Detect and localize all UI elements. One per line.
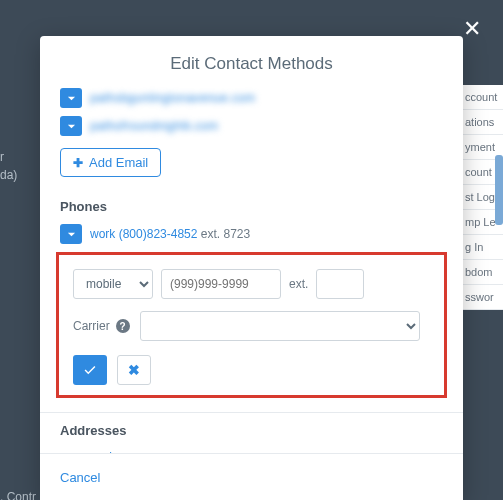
- phone-number-input[interactable]: [161, 269, 281, 299]
- phone-row-existing: work (800)823-4852 ext. 8723: [60, 224, 443, 244]
- edit-contact-modal: Edit Contact Methods pathsbguntingtonave…: [40, 36, 463, 500]
- add-email-button[interactable]: ✚ Add Email: [60, 148, 161, 177]
- carrier-select[interactable]: [140, 311, 420, 341]
- chevron-down-icon: [67, 122, 76, 131]
- background-sidebar: ccount ations yment count st Log ( mp Le…: [461, 85, 503, 310]
- divider: [40, 412, 463, 413]
- ext-label: ext.: [289, 277, 308, 291]
- cancel-link[interactable]: Cancel: [60, 470, 100, 485]
- phone-ext-input[interactable]: [316, 269, 364, 299]
- email-expand-button[interactable]: [60, 88, 82, 108]
- chevron-down-icon: [67, 230, 76, 239]
- check-icon: [83, 363, 97, 377]
- plus-icon: ✚: [73, 157, 83, 169]
- phone-summary[interactable]: work (800)823-4852 ext. 8723: [90, 227, 250, 241]
- background-text: r da): [0, 150, 17, 182]
- confirm-phone-button[interactable]: [73, 355, 107, 385]
- phone-expand-button[interactable]: [60, 224, 82, 244]
- chevron-down-icon: [67, 94, 76, 103]
- email-value: pathofroundnightk.com: [90, 119, 218, 133]
- phone-add-form: mobile ext. Carrier ?: [56, 252, 447, 398]
- background-text: . Contr: [0, 490, 36, 500]
- help-icon[interactable]: ?: [116, 319, 130, 333]
- add-email-label: Add Email: [89, 155, 148, 170]
- email-value: pathsbguntingtonavenue.com: [90, 91, 255, 105]
- close-icon[interactable]: ✕: [463, 16, 481, 42]
- x-icon: ✖: [128, 362, 140, 378]
- cancel-phone-button[interactable]: ✖: [117, 355, 151, 385]
- phone-type-select[interactable]: mobile: [73, 269, 153, 299]
- email-expand-button[interactable]: [60, 116, 82, 136]
- email-row: pathsbguntingtonavenue.com: [60, 88, 443, 108]
- phones-heading: Phones: [60, 199, 443, 214]
- modal-title: Edit Contact Methods: [40, 36, 463, 88]
- modal-footer: Cancel: [40, 453, 463, 500]
- addresses-heading: Addresses: [60, 423, 443, 438]
- email-row: pathofroundnightk.com: [60, 116, 443, 136]
- carrier-label: Carrier ?: [73, 319, 130, 333]
